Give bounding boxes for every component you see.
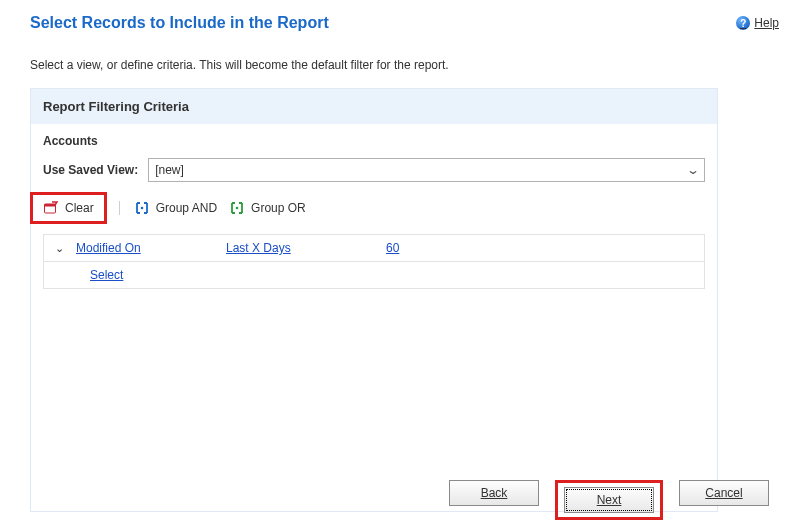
help-link[interactable]: ? Help xyxy=(736,16,779,30)
help-icon: ? xyxy=(736,16,750,30)
svg-point-3 xyxy=(236,207,239,210)
help-label: Help xyxy=(754,16,779,30)
svg-rect-1 xyxy=(45,204,56,207)
highlight-clear: Clear xyxy=(30,192,107,224)
criteria-row[interactable]: ⌄ Modified On Last X Days 60 xyxy=(44,235,704,262)
back-button[interactable]: Back xyxy=(449,480,539,506)
group-or-button[interactable]: Group OR xyxy=(227,199,308,217)
highlight-next: Next xyxy=(555,480,663,520)
page-subtitle: Select a view, or define criteria. This … xyxy=(30,58,779,72)
filter-panel: Report Filtering Criteria Accounts Use S… xyxy=(30,88,718,512)
wizard-footer: Back Next Cancel xyxy=(0,480,799,520)
entity-heading: Accounts xyxy=(43,130,705,158)
chevron-down-icon: ⌄ xyxy=(686,163,700,177)
criteria-operator[interactable]: Last X Days xyxy=(226,241,386,255)
criteria-field[interactable]: Modified On xyxy=(74,241,226,255)
next-label: Next xyxy=(597,493,622,507)
clear-label: Clear xyxy=(65,201,94,215)
page-title: Select Records to Include in the Report xyxy=(30,14,329,32)
criteria-select-link[interactable]: Select xyxy=(74,268,240,282)
group-and-icon xyxy=(134,201,150,215)
criteria-select-row[interactable]: Select xyxy=(44,262,704,288)
group-or-label: Group OR xyxy=(251,201,306,215)
next-button[interactable]: Next xyxy=(564,487,654,513)
saved-view-value: [new] xyxy=(155,163,184,177)
svg-point-2 xyxy=(140,207,143,210)
group-or-icon xyxy=(229,201,245,215)
back-label: Back xyxy=(481,486,508,500)
group-and-button[interactable]: Group AND xyxy=(132,199,219,217)
panel-title: Report Filtering Criteria xyxy=(31,89,717,124)
cancel-button[interactable]: Cancel xyxy=(679,480,769,506)
saved-view-select[interactable]: [new] ⌄ xyxy=(148,158,705,182)
clear-icon xyxy=(43,201,59,215)
criteria-grid: ⌄ Modified On Last X Days 60 Select xyxy=(43,234,705,289)
group-and-label: Group AND xyxy=(156,201,217,215)
clear-button[interactable]: Clear xyxy=(41,199,96,217)
saved-view-label: Use Saved View: xyxy=(43,163,138,177)
criteria-value[interactable]: 60 xyxy=(386,241,506,255)
toolbar-separator xyxy=(119,201,120,215)
cancel-label: Cancel xyxy=(705,486,742,500)
chevron-down-icon[interactable]: ⌄ xyxy=(44,242,74,255)
